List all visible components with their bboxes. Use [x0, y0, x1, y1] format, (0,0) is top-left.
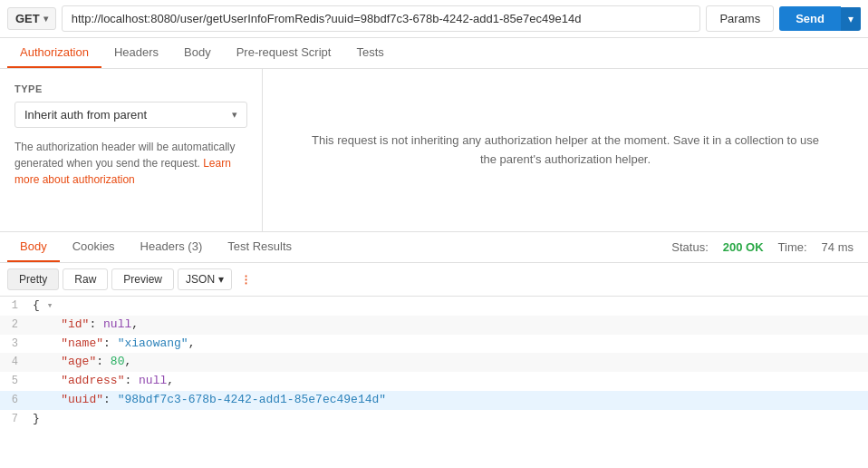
code-line-4: 4 "age": 80,	[0, 353, 868, 372]
auth-description: The authorization header will be automat…	[14, 139, 247, 188]
line-number: 1	[0, 297, 29, 315]
tab-pre-request-script[interactable]: Pre-request Script	[224, 38, 344, 68]
line-number: 7	[0, 411, 29, 428]
line-number: 2	[0, 317, 29, 334]
code-line-5: 5 "address": null,	[0, 372, 868, 391]
resp-tab-body[interactable]: Body	[7, 232, 60, 262]
status-value: 200 OK	[723, 240, 764, 254]
send-button-group: Send ▾	[779, 6, 861, 31]
close-bracket: }	[33, 412, 40, 425]
params-button[interactable]: Params	[706, 5, 774, 32]
preview-button[interactable]: Preview	[111, 268, 174, 290]
url-input[interactable]	[62, 5, 701, 32]
json-format-label: JSON	[186, 273, 215, 286]
code-line-7: 7 }	[0, 410, 868, 429]
auth-left-panel: TYPE Inherit auth from parent ▾ The auth…	[0, 69, 263, 231]
tab-authorization[interactable]: Authorization	[7, 38, 101, 68]
auth-type-value: Inherit auth from parent	[24, 108, 147, 122]
resp-tab-cookies[interactable]: Cookies	[60, 232, 128, 262]
line-number: 4	[0, 354, 29, 371]
send-button[interactable]: Send	[779, 6, 841, 31]
send-dropdown-button[interactable]: ▾	[841, 7, 861, 31]
tab-headers[interactable]: Headers	[101, 38, 171, 68]
code-line-2: 2 "id": null,	[0, 316, 868, 335]
response-status: Status: 200 OK Time: 74 ms	[671, 240, 861, 254]
code-line-3: 3 "name": "xiaowang",	[0, 335, 868, 354]
resp-tab-test-results[interactable]: Test Results	[215, 232, 304, 262]
auth-message: This request is not inheriting any autho…	[303, 132, 828, 170]
open-bracket: {	[33, 298, 40, 312]
response-tabs-bar: Body Cookies Headers (3) Test Results St…	[0, 232, 868, 263]
line-number: 3	[0, 336, 29, 353]
tab-body[interactable]: Body	[171, 38, 224, 68]
wrap-icon[interactable]: ⁝	[236, 269, 256, 289]
time-label: Time:	[778, 240, 807, 254]
code-line-1: 1 { ▾	[0, 297, 868, 316]
code-line-6: 6 "uuid": "98bdf7c3-678b-4242-add1-85e7e…	[0, 391, 868, 410]
tab-tests[interactable]: Tests	[343, 38, 396, 68]
auth-section: TYPE Inherit auth from parent ▾ The auth…	[0, 69, 868, 232]
json-format-select[interactable]: JSON ▾	[178, 268, 232, 290]
line-number: 6	[0, 392, 29, 409]
method-label: GET	[15, 12, 40, 25]
time-value: 74 ms	[822, 240, 854, 254]
raw-button[interactable]: Raw	[63, 268, 108, 290]
method-arrow-icon: ▾	[43, 14, 48, 24]
line-number: 5	[0, 373, 29, 390]
status-label: Status:	[671, 240, 708, 254]
json-format-arrow-icon: ▾	[218, 273, 224, 286]
pretty-button[interactable]: Pretty	[7, 268, 59, 290]
top-bar: GET ▾ Params Send ▾	[0, 0, 868, 38]
auth-right-panel: This request is not inheriting any autho…	[263, 69, 868, 231]
response-body[interactable]: 1 { ▾ 2 "id": null, 3 "name": "xiaowang"…	[0, 297, 868, 429]
auth-type-select[interactable]: Inherit auth from parent ▾	[14, 102, 247, 128]
request-tabs: Authorization Headers Body Pre-request S…	[0, 38, 868, 69]
response-toolbar: Pretty Raw Preview JSON ▾ ⁝	[0, 263, 868, 297]
type-label: TYPE	[14, 83, 247, 94]
method-select[interactable]: GET ▾	[7, 7, 56, 30]
auth-type-arrow-icon: ▾	[232, 109, 237, 121]
resp-tab-headers[interactable]: Headers (3)	[128, 232, 216, 262]
